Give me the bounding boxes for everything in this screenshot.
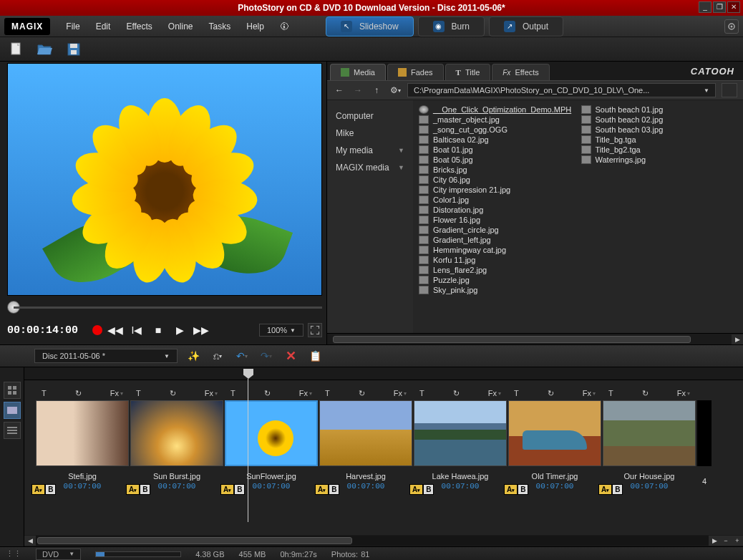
file-item[interactable]: Boat 01.jpg [416, 145, 578, 155]
clip-title-button[interactable]: T [417, 387, 427, 399]
file-item[interactable]: South beach 01.jpg [578, 105, 741, 115]
ab-transition[interactable]: A▾B [598, 484, 623, 495]
preview-scrubber[interactable] [7, 300, 322, 314]
menu-effects[interactable]: Effects [119, 17, 159, 36]
clip[interactable]: T↻Fx▾Our House.jpg00:07:00A▾B [603, 386, 696, 532]
tab-fades[interactable]: Fades [387, 64, 444, 80]
view-mode-button[interactable] [722, 83, 737, 97]
open-button[interactable] [34, 40, 56, 59]
ab-transition[interactable]: A▾B [315, 484, 339, 495]
paste-button[interactable]: 📋 [306, 348, 324, 364]
scroll-thumb[interactable] [333, 336, 691, 343]
ab-transition[interactable]: A▾B [31, 484, 56, 495]
file-item[interactable]: Gradient_left.jpg [416, 235, 578, 245]
delete-button[interactable]: ✕ [282, 348, 299, 364]
clip-fx-button[interactable]: Fx▾ [580, 387, 598, 399]
file-item[interactable]: Bricks.jpg [416, 165, 578, 175]
clip-rotate-button[interactable]: ↻ [450, 387, 462, 400]
file-item[interactable]: City 06.jpg [416, 175, 578, 185]
menu-edit[interactable]: Edit [89, 17, 118, 36]
file-item[interactable]: Distoration.jpg [416, 205, 578, 215]
file-item[interactable]: Flower 16.jpg [416, 215, 578, 225]
clip-title-button[interactable]: T [39, 387, 49, 399]
hscroll-thumb[interactable] [37, 537, 352, 544]
mode-output[interactable]: ↗ Output [489, 16, 563, 37]
clip-rotate-button[interactable]: ↻ [261, 387, 273, 400]
file-item[interactable]: Lens_flare2.jpg [416, 265, 578, 275]
zoom-selector[interactable]: 100%▼ [259, 324, 303, 337]
tab-title[interactable]: TTitle [445, 64, 491, 80]
file-item[interactable]: Sky_pink.jpg [416, 285, 578, 295]
ab-transition[interactable]: A▾B [409, 484, 434, 495]
clip-thumbnail[interactable] [36, 400, 129, 466]
save-button[interactable] [63, 40, 84, 59]
nav-fwd-button[interactable]: → [351, 84, 364, 97]
hscroll-zoomout-button[interactable]: − [720, 536, 732, 546]
clip-rotate-button[interactable]: ↻ [356, 387, 368, 400]
storyboard-hscroll[interactable]: ◀ ▶ − + [24, 535, 743, 546]
file-item[interactable]: _master_object.jpg [416, 115, 578, 125]
scroll-right-button[interactable]: ▶ [732, 334, 743, 344]
disc-selector[interactable]: Disc 2011-05-06 *▼ [34, 349, 178, 363]
maximize-button[interactable]: ❐ [713, 1, 726, 13]
tab-media[interactable]: Media [330, 64, 386, 80]
tree-mymedia[interactable]: My media▼ [333, 142, 407, 159]
file-item[interactable]: Balticsea 02.jpg [416, 135, 578, 145]
stop-button[interactable]: ■ [150, 322, 167, 339]
file-item[interactable]: Title_bg.tga [578, 135, 741, 145]
file-item[interactable]: Waterrings.jpg [578, 155, 741, 165]
playhead[interactable] [243, 369, 253, 379]
minimize-button[interactable]: _ [699, 1, 712, 13]
clip-rotate-button[interactable]: ↻ [167, 387, 179, 400]
view-storyboard-button[interactable] [4, 402, 21, 419]
file-item[interactable]: Hemmingway cat.jpg [416, 245, 578, 255]
ab-transition[interactable]: A▾B [504, 484, 528, 495]
clip-fx-button[interactable]: Fx▾ [107, 387, 126, 399]
resize-grip-icon[interactable]: ⋮⋮ [6, 549, 21, 559]
file-item[interactable]: Gradient_circle.jpg [416, 225, 578, 235]
clip-thumbnail[interactable] [508, 400, 601, 466]
hscroll-right-button[interactable]: ▶ [709, 536, 720, 546]
clip-thumbnail[interactable] [130, 400, 223, 466]
view-timeline-button[interactable] [4, 422, 21, 439]
clip-title-button[interactable]: T [133, 387, 144, 399]
clip-fx-button[interactable]: Fx▾ [391, 387, 409, 399]
ab-transition[interactable]: A▾B [220, 484, 245, 495]
scrub-track[interactable] [14, 306, 322, 309]
clip[interactable]: T↻Fx▾Stefi.jpg00:07:00A▾B [36, 386, 129, 532]
file-item[interactable]: Boat 05.jpg [416, 155, 578, 165]
preview-image[interactable] [7, 63, 322, 296]
clip-fx-button[interactable]: Fx▾ [296, 387, 315, 399]
clip-fx-button[interactable]: Fx▾ [202, 387, 220, 399]
ab-transition[interactable]: A▾B [126, 484, 150, 495]
catooh-logo[interactable]: CATOOH [691, 66, 734, 77]
clip-title-button[interactable]: T [228, 387, 238, 399]
new-button[interactable] [6, 40, 27, 59]
clip-fx-button[interactable]: Fx▾ [485, 387, 504, 399]
tab-effects[interactable]: FxEffects [492, 64, 550, 80]
split-button[interactable]: ⎌▾ [209, 348, 226, 364]
clip-rotate-button[interactable]: ↻ [639, 387, 651, 400]
hscroll-left-button[interactable]: ◀ [24, 536, 36, 546]
file-item[interactable]: South beach 03.jpg [578, 125, 741, 135]
tree-computer[interactable]: Computer [333, 107, 407, 125]
file-item[interactable]: Puzzle.jpg [416, 275, 578, 285]
menu-help-icon[interactable]: 🛈 [273, 17, 296, 36]
file-item[interactable]: Korfu 11.jpg [416, 255, 578, 265]
wizard-button[interactable]: ✨ [185, 348, 202, 364]
ffwd-button[interactable]: ▶▶ [193, 322, 210, 339]
record-button[interactable] [92, 325, 102, 335]
tree-magixmedia[interactable]: MAGIX media▼ [333, 159, 407, 176]
close-button[interactable]: ✕ [727, 1, 740, 13]
menu-file[interactable]: File [59, 17, 87, 36]
settings-button[interactable] [724, 19, 739, 34]
menu-help[interactable]: Help [239, 17, 271, 36]
media-hscroll[interactable]: ▶ [327, 333, 743, 344]
clip-thumbnail[interactable] [225, 400, 318, 466]
tree-user[interactable]: Mike [333, 125, 407, 142]
file-item[interactable]: South beach 02.jpg [578, 115, 741, 125]
undo-button[interactable]: ↶▾ [233, 348, 251, 364]
file-item[interactable]: City impression 21.jpg [416, 185, 578, 195]
clip-thumbnail[interactable] [603, 400, 696, 466]
file-item[interactable]: __One_Click_Optimization_Demo.MPH [416, 105, 578, 115]
